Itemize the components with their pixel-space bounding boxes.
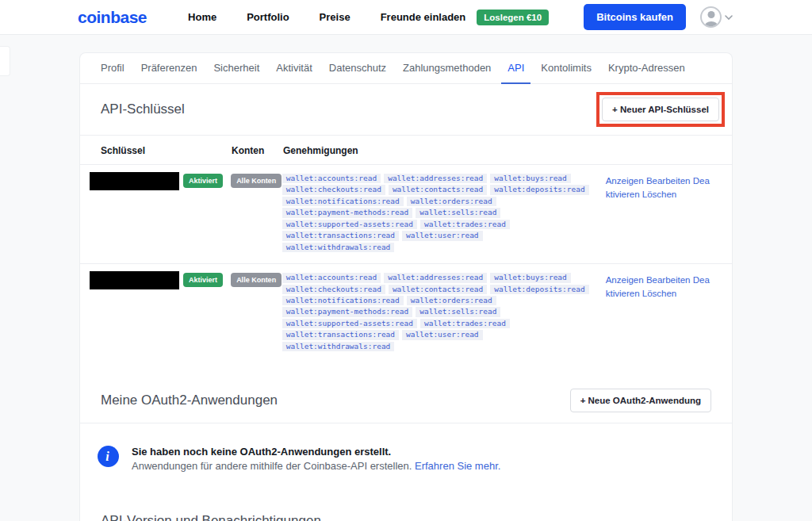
nav-link-portfolio[interactable]: Portfolio [247, 11, 289, 23]
permission-tag: wallet:deposits:read [490, 185, 588, 194]
permission-tag: wallet:orders:read [407, 296, 496, 305]
permission-tag: wallet:payment-methods:read [282, 208, 412, 217]
nav-link-home[interactable]: Home [188, 11, 216, 23]
action-link-l-schen[interactable]: Löschen [642, 190, 676, 199]
learn-more-link[interactable]: Erfahren Sie mehr. [415, 460, 500, 472]
permission-tag: wallet:withdrawals:read [282, 342, 395, 351]
promo-badge[interactable]: Loslegen €10 [477, 10, 549, 25]
chevron-down-icon[interactable] [725, 15, 733, 20]
permission-tag: wallet:transactions:read [282, 330, 399, 339]
key-cell: Aktiviert [101, 172, 231, 190]
permission-tag: wallet:checkouts:read [282, 185, 385, 194]
redacted-api-key [90, 271, 179, 289]
api-keys-title: API-Schlüssel [101, 102, 185, 117]
oauth-header: Meine OAuth2-Anwendungen + Neue OAuth2-A… [80, 378, 732, 423]
permission-tag: wallet:addresses:read [384, 273, 487, 282]
permission-tag: wallet:user:read [402, 330, 483, 339]
permission-tag: wallet:notifications:read [282, 197, 404, 206]
oauth-empty-title: Sie haben noch keine OAuth2-Anwendungen … [132, 446, 500, 458]
top-nav: coinbase HomePortfolioPreiseFreunde einl… [0, 0, 812, 35]
redacted-api-key [90, 172, 179, 190]
avatar[interactable] [700, 6, 722, 28]
oauth-empty-text: Sie haben noch keine OAuth2-Anwendungen … [132, 446, 500, 472]
api-key-row: Aktiviert Alle Konten wallet:accounts:re… [80, 165, 732, 263]
action-link-l-schen[interactable]: Löschen [642, 289, 676, 298]
permission-tag: wallet:contacts:read [389, 285, 487, 294]
tab-datenschutz[interactable]: Datenschutz [329, 53, 386, 83]
status-badge: Aktiviert [183, 174, 223, 188]
api-keys-table-header: Schlüssel Konten Genehmigungen [80, 136, 732, 165]
permission-tag: wallet:withdrawals:read [282, 243, 395, 252]
buy-bitcoins-button[interactable]: Bitcoins kaufen [584, 4, 686, 30]
nav-link-freunde-einladen[interactable]: Freunde einladen [381, 11, 466, 23]
permission-tag: wallet:supported-assets:read [282, 319, 417, 328]
key-cell: Aktiviert [101, 271, 231, 289]
accounts-badge: Alle Konten [231, 273, 282, 287]
oauth-empty-notice: i Sie haben noch keine OAuth2-Anwendunge… [80, 423, 732, 472]
permission-tag: wallet:contacts:read [389, 185, 487, 194]
api-version-title: API-Version und Benachrichtigungen [101, 513, 732, 521]
column-header-konten: Konten [232, 145, 283, 156]
tab-zahlungsmethoden[interactable]: Zahlungsmethoden [403, 53, 491, 83]
oauth-empty-description: Anwendungen für andere mithilfe der Coin… [132, 460, 412, 472]
api-keys-table-body: Aktiviert Alle Konten wallet:accounts:re… [80, 165, 732, 362]
permission-tag: wallet:accounts:read [282, 174, 381, 183]
api-keys-header: API-Schlüssel + Neuer API-Schlüssel [80, 84, 732, 136]
permissions-cell: wallet:accounts:readwallet:addresses:rea… [282, 172, 592, 252]
actions-cell: Anzeigen Bearbeiten Deaktivieren Löschen [606, 172, 711, 201]
new-oauth-app-button[interactable]: + Neue OAuth2-Anwendung [570, 389, 711, 412]
permission-tag: wallet:sells:read [416, 208, 500, 217]
tab-kontolimits[interactable]: Kontolimits [541, 53, 592, 83]
action-link-anzeigen[interactable]: Anzeigen [606, 275, 644, 285]
tab-api[interactable]: API [508, 53, 524, 83]
api-key-row: Aktiviert Alle Konten wallet:accounts:re… [80, 263, 732, 362]
permission-tag: wallet:user:read [402, 231, 483, 240]
tab-pr-ferenzen[interactable]: Präferenzen [141, 53, 197, 83]
action-link-bearbeiten[interactable]: Bearbeiten [646, 275, 691, 285]
settings-card: ProfilPräferenzenSicherheitAktivitätDate… [79, 52, 733, 521]
permission-tag: wallet:checkouts:read [282, 285, 385, 294]
main-nav: HomePortfolioPreiseFreunde einladen [188, 11, 465, 23]
permission-tag: wallet:buys:read [490, 174, 571, 183]
left-edge-panel [0, 46, 10, 76]
permission-tag: wallet:buys:read [490, 273, 571, 282]
permission-tag: wallet:orders:read [407, 197, 496, 206]
coinbase-logo[interactable]: coinbase [78, 8, 147, 27]
settings-tabs: ProfilPräferenzenSicherheitAktivitätDate… [80, 53, 732, 84]
permission-tag: wallet:addresses:read [384, 174, 487, 183]
accounts-badge: Alle Konten [231, 174, 282, 188]
accounts-cell: Alle Konten [231, 172, 282, 188]
permission-tag: wallet:transactions:read [282, 231, 399, 240]
info-icon: i [98, 446, 119, 467]
annotation-highlight-box: + Neuer API-Schlüssel [596, 92, 725, 127]
permission-tag: wallet:payment-methods:read [282, 307, 412, 316]
accounts-cell: Alle Konten [231, 271, 282, 287]
permissions-cell: wallet:accounts:readwallet:addresses:rea… [282, 271, 592, 351]
column-header-schluessel: Schlüssel [101, 145, 232, 156]
actions-cell: Anzeigen Bearbeiten Deaktivieren Löschen [606, 271, 711, 300]
permission-tag: wallet:deposits:read [490, 285, 588, 294]
permission-tag: wallet:trades:read [420, 220, 510, 229]
column-header-genehmigungen: Genehmigungen [283, 145, 594, 156]
permission-tag: wallet:notifications:read [282, 296, 404, 305]
status-badge: Aktiviert [183, 273, 223, 287]
tab-aktivit-t[interactable]: Aktivität [276, 53, 312, 83]
permission-tag: wallet:accounts:read [282, 273, 381, 282]
tab-profil[interactable]: Profil [101, 53, 124, 83]
action-link-anzeigen[interactable]: Anzeigen [606, 176, 644, 186]
tab-sicherheit[interactable]: Sicherheit [213, 53, 259, 83]
tab-krypto-adressen[interactable]: Krypto-Adressen [608, 53, 685, 83]
permission-tag: wallet:sells:read [416, 307, 500, 316]
permission-tag: wallet:supported-assets:read [282, 220, 417, 229]
new-api-key-button[interactable]: + Neuer API-Schlüssel [602, 98, 719, 121]
oauth-title: Meine OAuth2-Anwendungen [101, 393, 278, 408]
action-link-bearbeiten[interactable]: Bearbeiten [646, 176, 691, 186]
permission-tag: wallet:trades:read [420, 319, 510, 328]
nav-link-preise[interactable]: Preise [320, 11, 350, 23]
